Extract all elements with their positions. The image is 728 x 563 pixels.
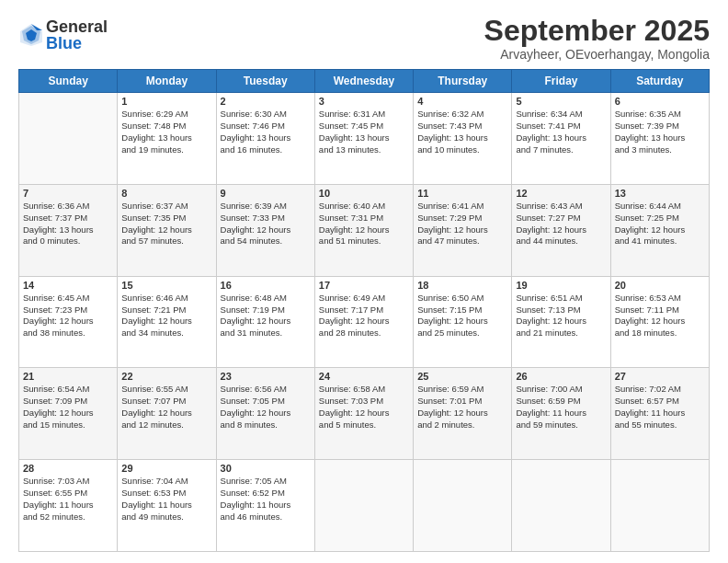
table-row: 21Sunrise: 6:54 AMSunset: 7:09 PMDayligh…	[19, 368, 118, 460]
cell-line-l2: Sunset: 7:07 PM	[121, 396, 211, 408]
cell-line-l4: and 25 minutes.	[417, 327, 507, 339]
cell-line-l3: Daylight: 13 hours	[319, 132, 409, 144]
cell-line-l2: Sunset: 6:52 PM	[221, 488, 311, 500]
cell-line-l3: Daylight: 12 hours	[121, 408, 211, 419]
cell-line-l4: and 12 minutes.	[121, 419, 211, 431]
cell-line-l3: Daylight: 12 hours	[121, 224, 211, 236]
cell-line-l2: Sunset: 7:15 PM	[417, 304, 507, 316]
cell-line-l2: Sunset: 7:03 PM	[319, 396, 409, 408]
cell-line-l3: Daylight: 12 hours	[615, 316, 705, 327]
cell-line-l3: Daylight: 12 hours	[516, 316, 606, 327]
cell-line-l2: Sunset: 7:25 PM	[615, 213, 705, 224]
table-row	[512, 460, 610, 552]
cell-line-l3: Daylight: 11 hours	[516, 408, 606, 419]
cell-line-l2: Sunset: 7:05 PM	[221, 396, 311, 408]
calendar-table: Sunday Monday Tuesday Wednesday Thursday…	[18, 69, 710, 552]
cell-line-l2: Sunset: 7:35 PM	[121, 213, 211, 224]
day-number: 21	[23, 371, 113, 382]
cell-line-l2: Sunset: 7:46 PM	[221, 121, 311, 132]
cell-line-l1: Sunrise: 6:34 AM	[516, 109, 606, 121]
cell-line-l1: Sunrise: 6:41 AM	[417, 201, 507, 213]
cell-line-l3: Daylight: 11 hours	[23, 500, 113, 511]
cell-line-l4: and 52 minutes.	[23, 511, 113, 523]
cell-line-l3: Daylight: 13 hours	[615, 132, 705, 144]
cell-line-l1: Sunrise: 6:45 AM	[23, 293, 113, 304]
table-row: 24Sunrise: 6:58 AMSunset: 7:03 PMDayligh…	[314, 368, 413, 460]
cell-line-l4: and 57 minutes.	[121, 236, 211, 247]
cell-line-l3: Daylight: 12 hours	[319, 408, 409, 419]
month-title: September 2025	[484, 15, 710, 47]
logo-text: General Blue	[46, 18, 108, 52]
day-number: 10	[319, 188, 409, 199]
cell-line-l2: Sunset: 6:59 PM	[516, 396, 606, 408]
table-row: 19Sunrise: 6:51 AMSunset: 7:13 PMDayligh…	[512, 276, 610, 368]
day-number: 29	[121, 463, 211, 474]
cell-line-l3: Daylight: 11 hours	[221, 500, 311, 511]
cell-line-l3: Daylight: 12 hours	[417, 316, 507, 327]
cell-line-l2: Sunset: 7:29 PM	[417, 213, 507, 224]
cell-line-l4: and 38 minutes.	[23, 327, 113, 339]
table-row: 14Sunrise: 6:45 AMSunset: 7:23 PMDayligh…	[19, 276, 118, 368]
table-row: 16Sunrise: 6:48 AMSunset: 7:19 PMDayligh…	[216, 276, 314, 368]
cell-line-l3: Daylight: 12 hours	[615, 224, 705, 236]
col-sunday: Sunday	[19, 70, 118, 93]
table-row: 6Sunrise: 6:35 AMSunset: 7:39 PMDaylight…	[610, 93, 709, 185]
cell-line-l2: Sunset: 7:01 PM	[417, 396, 507, 408]
table-row	[314, 460, 413, 552]
day-number: 19	[516, 280, 606, 291]
cell-line-l2: Sunset: 7:21 PM	[121, 304, 211, 316]
cell-line-l4: and 16 minutes.	[221, 144, 311, 156]
cell-line-l3: Daylight: 12 hours	[221, 316, 311, 327]
day-number: 20	[615, 280, 705, 291]
cell-line-l1: Sunrise: 6:30 AM	[221, 109, 311, 121]
table-row: 22Sunrise: 6:55 AMSunset: 7:07 PMDayligh…	[118, 368, 216, 460]
cell-line-l1: Sunrise: 6:50 AM	[417, 293, 507, 304]
day-number: 16	[221, 280, 311, 291]
cell-line-l2: Sunset: 7:43 PM	[417, 121, 507, 132]
cell-line-l3: Daylight: 13 hours	[23, 224, 113, 236]
table-row: 23Sunrise: 6:56 AMSunset: 7:05 PMDayligh…	[216, 368, 314, 460]
cell-line-l1: Sunrise: 6:44 AM	[615, 201, 705, 213]
cell-line-l3: Daylight: 12 hours	[121, 316, 211, 327]
day-number: 5	[516, 96, 606, 107]
table-row: 30Sunrise: 7:05 AMSunset: 6:52 PMDayligh…	[216, 460, 314, 552]
cell-line-l1: Sunrise: 6:55 AM	[121, 384, 211, 396]
table-row: 26Sunrise: 7:00 AMSunset: 6:59 PMDayligh…	[512, 368, 610, 460]
cell-line-l4: and 44 minutes.	[516, 236, 606, 247]
cell-line-l3: Daylight: 12 hours	[23, 316, 113, 327]
cell-line-l4: and 34 minutes.	[121, 327, 211, 339]
table-row: 8Sunrise: 6:37 AMSunset: 7:35 PMDaylight…	[118, 184, 216, 276]
cell-line-l1: Sunrise: 6:48 AM	[221, 293, 311, 304]
calendar-header-row: Sunday Monday Tuesday Wednesday Thursday…	[19, 70, 710, 93]
cell-line-l1: Sunrise: 6:58 AM	[319, 384, 409, 396]
day-number: 22	[121, 371, 211, 382]
day-number: 26	[516, 371, 606, 382]
cell-line-l1: Sunrise: 6:37 AM	[121, 201, 211, 213]
day-number: 12	[516, 188, 606, 199]
table-row: 18Sunrise: 6:50 AMSunset: 7:15 PMDayligh…	[414, 276, 512, 368]
table-row: 12Sunrise: 6:43 AMSunset: 7:27 PMDayligh…	[512, 184, 610, 276]
cell-line-l4: and 47 minutes.	[417, 236, 507, 247]
day-number: 9	[221, 188, 311, 199]
cell-line-l2: Sunset: 6:57 PM	[615, 396, 705, 408]
col-saturday: Saturday	[610, 70, 709, 93]
cell-line-l3: Daylight: 12 hours	[221, 224, 311, 236]
cell-line-l1: Sunrise: 6:35 AM	[615, 109, 705, 121]
cell-line-l1: Sunrise: 6:51 AM	[516, 293, 606, 304]
cell-line-l4: and 10 minutes.	[417, 144, 507, 156]
table-row: 13Sunrise: 6:44 AMSunset: 7:25 PMDayligh…	[610, 184, 709, 276]
cell-line-l1: Sunrise: 6:46 AM	[121, 293, 211, 304]
day-number: 17	[319, 280, 409, 291]
table-row	[610, 460, 709, 552]
day-number: 6	[615, 96, 705, 107]
cell-line-l3: Daylight: 12 hours	[319, 224, 409, 236]
logo: General Blue	[18, 18, 108, 52]
cell-line-l3: Daylight: 12 hours	[319, 316, 409, 327]
day-number: 18	[417, 280, 507, 291]
col-tuesday: Tuesday	[216, 70, 314, 93]
cell-line-l2: Sunset: 7:33 PM	[221, 213, 311, 224]
cell-line-l2: Sunset: 7:09 PM	[23, 396, 113, 408]
cell-line-l3: Daylight: 11 hours	[615, 408, 705, 419]
table-row: 5Sunrise: 6:34 AMSunset: 7:41 PMDaylight…	[512, 93, 610, 185]
cell-line-l1: Sunrise: 6:54 AM	[23, 384, 113, 396]
